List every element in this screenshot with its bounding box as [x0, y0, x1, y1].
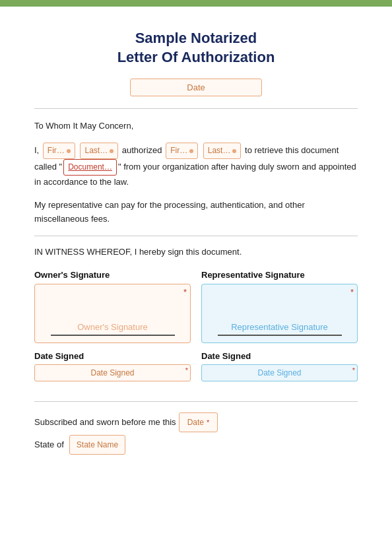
owner-date-signed-field[interactable]: Date Signed [34, 364, 191, 381]
rep-date-signed-block: Date Signed Date Signed * [201, 351, 358, 381]
subscribed-date-field[interactable]: Date * [179, 412, 218, 432]
owner-date-signed-block: Date Signed Date Signed * [34, 351, 191, 381]
rep-sig-label: Representative Signature [201, 270, 358, 280]
rep-sig-block: Representative Signature * Representativ… [201, 270, 358, 343]
divider-2 [34, 236, 358, 236]
top-bar [0, 0, 392, 7]
witness-text: IN WITNESS WHEREOF, I hereby sign this d… [34, 247, 358, 257]
rep-sig-placeholder: Representative Signature [231, 322, 328, 332]
owner-sig-placeholder: Owner's Signature [77, 322, 148, 332]
state-line: State of State Name [34, 435, 358, 455]
rep-date-signed-asterisk: * [352, 366, 355, 374]
owner-sig-asterisk: * [183, 287, 187, 297]
rep-last-field[interactable]: Last… [203, 143, 242, 159]
rep-sig-line [218, 335, 342, 336]
owner-sig-label: Owner's Signature [34, 270, 191, 280]
rep-date-signed-field[interactable]: Date Signed [201, 364, 358, 381]
paragraph-2: My representative can pay for the proces… [34, 199, 358, 226]
owner-sig-line [51, 335, 175, 336]
owner-date-signed-asterisk: * [185, 366, 188, 374]
divider-3 [34, 401, 358, 402]
subscribed-line: Subscribed and sworn before me this Date… [34, 412, 358, 432]
salutation: To Whom It May Concern, [34, 119, 358, 133]
state-name-field[interactable]: State Name [69, 435, 125, 455]
title-line2: Letter Of Authorization [117, 49, 275, 65]
state-text: State of [34, 436, 64, 453]
rep-sig-box[interactable]: * Representative Signature [201, 284, 358, 343]
divider-1 [34, 108, 358, 109]
owner-last-field[interactable]: Last… [80, 143, 118, 159]
owner-first-field[interactable]: Fir… [43, 143, 75, 159]
rep-sig-asterisk: * [350, 287, 354, 297]
owner-date-signed-label: Date Signed [34, 351, 191, 361]
rep-date-signed-label: Date Signed [201, 351, 358, 361]
owner-sig-block: Owner's Signature * Owner's Signature [34, 270, 191, 343]
date-signed-section: Date Signed Date Signed * Date Signed Da… [34, 351, 358, 381]
para1-pre: I, [34, 145, 39, 155]
subscribed-date-asterisk: * [207, 415, 209, 430]
document-field[interactable]: Document… [63, 159, 117, 176]
date-field[interactable]: Date [130, 79, 262, 96]
owner-sig-box[interactable]: * Owner's Signature [34, 284, 191, 343]
page-title: Sample Notarized Letter Of Authorization [34, 29, 358, 67]
title-line1: Sample Notarized [135, 30, 257, 46]
subscribed-section: Subscribed and sworn before me this Date… [34, 412, 358, 455]
paragraph-1: I, Fir… Last… authorized Fir… Last… to r… [34, 143, 358, 189]
signatures-section: Owner's Signature * Owner's Signature Re… [34, 270, 358, 343]
subscribed-text: Subscribed and sworn before me this [34, 414, 176, 431]
rep-first-field[interactable]: Fir… [166, 143, 198, 159]
